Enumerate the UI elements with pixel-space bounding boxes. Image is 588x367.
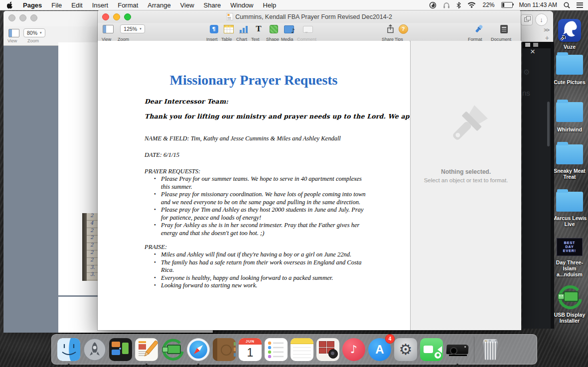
dock-usb-display[interactable] bbox=[159, 337, 185, 363]
text-button[interactable]: T Text bbox=[251, 24, 266, 33]
dock-facetime[interactable] bbox=[419, 337, 444, 363]
close-button[interactable] bbox=[102, 13, 109, 20]
menu-insert[interactable]: Insert bbox=[92, 1, 109, 9]
share-icon bbox=[387, 24, 394, 33]
insert-button[interactable]: ¶ Insert bbox=[206, 24, 221, 33]
dock-itunes[interactable]: ♪ bbox=[341, 337, 367, 363]
view-icon bbox=[103, 25, 114, 33]
media-button[interactable]: ♪ Media bbox=[281, 24, 297, 33]
dock-contacts[interactable] bbox=[211, 337, 237, 363]
menu-arrange[interactable]: Arrange bbox=[147, 1, 170, 9]
dock-reminders[interactable] bbox=[263, 337, 289, 363]
dock-pages[interactable] bbox=[134, 337, 159, 363]
minimize-button[interactable] bbox=[113, 13, 120, 20]
praise-heading: PRAISE: bbox=[145, 243, 410, 251]
desktop-icon-cute-pictues[interactable]: Cute Pictues bbox=[550, 55, 588, 85]
shape-icon bbox=[270, 25, 278, 33]
list-item: Pray for Ashley as she is in her second … bbox=[161, 222, 367, 237]
close-panel-button[interactable]: × bbox=[530, 47, 535, 57]
menu-bar: Pages File Edit Insert Format Arrange Vi… bbox=[0, 0, 588, 10]
view-button[interactable]: View bbox=[102, 24, 115, 33]
headphones-icon[interactable] bbox=[443, 2, 450, 8]
menu-file[interactable]: File bbox=[51, 1, 62, 9]
facetime-icon bbox=[420, 338, 443, 361]
running-indicator bbox=[456, 364, 458, 366]
menu-view[interactable]: View bbox=[180, 1, 194, 9]
caret-down-icon: ▾ bbox=[40, 31, 42, 35]
battery-icon[interactable] bbox=[501, 2, 513, 8]
new-tab-button[interactable]: + bbox=[545, 34, 549, 42]
desktop-icon-day-three[interactable]: BEST DAY EVER! Day Three- Islam a...ndui… bbox=[550, 238, 588, 277]
bluetooth-icon[interactable] bbox=[456, 2, 461, 8]
video-camera-icon bbox=[424, 346, 433, 353]
dock-trash[interactable] bbox=[477, 337, 503, 363]
menu-pages[interactable]: Pages bbox=[23, 1, 42, 9]
spotlight-search-icon[interactable] bbox=[564, 2, 570, 8]
desktop-icon-label: Cute Pictues bbox=[550, 79, 588, 85]
tips-button[interactable]: ? Tips bbox=[395, 24, 412, 33]
dock-system-preferences[interactable]: ⚙ bbox=[393, 337, 419, 363]
background-browser-toolbar: ↓ >> + bbox=[520, 11, 553, 42]
status-app-icon[interactable] bbox=[429, 1, 437, 9]
minimize-button[interactable] bbox=[19, 14, 26, 21]
download-button[interactable]: ↓ bbox=[535, 13, 548, 26]
desktop-icon-marcus-lewis-live[interactable]: Marcus Lewis Live bbox=[550, 192, 588, 227]
document-button[interactable]: Document bbox=[491, 24, 517, 33]
menu-format[interactable]: Format bbox=[118, 1, 138, 9]
wifi-icon[interactable] bbox=[467, 2, 476, 8]
best-day-ever-text: BEST DAY EVER! bbox=[563, 241, 576, 253]
dock-photo-booth[interactable] bbox=[315, 337, 341, 363]
zoom-button[interactable] bbox=[124, 13, 131, 20]
format-button[interactable]: Format bbox=[468, 24, 490, 33]
desktop-icon-label: Sneaky Meat Treat bbox=[550, 168, 588, 180]
menu-help[interactable]: Help bbox=[263, 1, 277, 9]
dock-launchpad[interactable] bbox=[82, 337, 108, 363]
nothing-selected-text: Nothing selected. bbox=[411, 168, 521, 175]
panel-scrollbar[interactable] bbox=[547, 102, 550, 146]
chart-button[interactable]: Chart bbox=[236, 24, 251, 33]
dock-window-tiles-app[interactable] bbox=[108, 337, 134, 363]
handwritten-ledger-image[interactable]: 2 4 2 2 2 2 2 3. 3. bbox=[82, 213, 99, 281]
panel-tab-strip bbox=[522, 42, 551, 48]
dock-finder[interactable] bbox=[56, 337, 82, 363]
titlebar[interactable]: Cummins, Kendall FBA Prayer Form Revised… bbox=[98, 10, 521, 23]
dock-calendar[interactable]: JUN 1 bbox=[237, 337, 263, 363]
menu-clock[interactable]: Mon 11:43 AM bbox=[519, 1, 558, 8]
overflow-chevrons[interactable]: >> bbox=[544, 27, 549, 33]
prayer-requests-list: Please Pray for our summer teams. We hop… bbox=[161, 175, 367, 237]
document-icon bbox=[500, 25, 508, 33]
table-button[interactable]: Table bbox=[221, 24, 236, 33]
document-page[interactable]: Missionary Prayer Requests Dear Interces… bbox=[98, 41, 410, 330]
zoom-value: 80% bbox=[27, 30, 37, 36]
document-proxy-icon[interactable] bbox=[226, 13, 233, 20]
zoom-dropdown[interactable]: 125%▾ Zoom bbox=[118, 24, 147, 33]
tabs-overview-button[interactable] bbox=[521, 14, 533, 25]
apple-menu[interactable] bbox=[7, 1, 13, 9]
close-button[interactable] bbox=[8, 14, 15, 21]
photo-booth-icon bbox=[316, 338, 339, 361]
comment-button[interactable]: Comment bbox=[297, 24, 319, 33]
zoom-dropdown[interactable]: 80% ▾ bbox=[23, 28, 45, 37]
desktop-icon-vuze[interactable]: Vuze bbox=[550, 19, 588, 50]
menu-share[interactable]: Share bbox=[204, 1, 221, 9]
dock-app-store[interactable]: A 4 bbox=[367, 337, 393, 363]
desktop-icon-sneaky-meat-treat[interactable]: Sneaky Meat Treat bbox=[550, 144, 588, 180]
pages-window: Cummins, Kendall FBA Prayer Form Revised… bbox=[98, 10, 521, 330]
desktop-icon-whirlwind[interactable]: Whirlwind bbox=[550, 102, 588, 132]
list-item: Everyone is healthy, happy and looking f… bbox=[161, 274, 367, 282]
clipped-panel-text: ns bbox=[522, 89, 530, 97]
menu-window[interactable]: Window bbox=[230, 1, 253, 9]
zoom-button[interactable] bbox=[30, 14, 37, 21]
folder-icon bbox=[556, 102, 583, 122]
dock-projector-device[interactable] bbox=[444, 337, 470, 363]
notification-center-icon[interactable] bbox=[577, 2, 583, 8]
running-indicator bbox=[146, 364, 147, 366]
view-button[interactable] bbox=[8, 29, 19, 37]
calendar-day: 1 bbox=[239, 345, 262, 361]
dock-safari[interactable] bbox=[185, 337, 211, 363]
shape-button[interactable]: Shape bbox=[266, 24, 281, 33]
dock-notes[interactable] bbox=[289, 337, 315, 363]
menu-edit[interactable]: Edit bbox=[71, 1, 82, 9]
list-item: Looking forward to starting new work. bbox=[161, 282, 367, 290]
desktop-icon-usb-display-installer[interactable]: USB Display Installer bbox=[550, 284, 588, 324]
